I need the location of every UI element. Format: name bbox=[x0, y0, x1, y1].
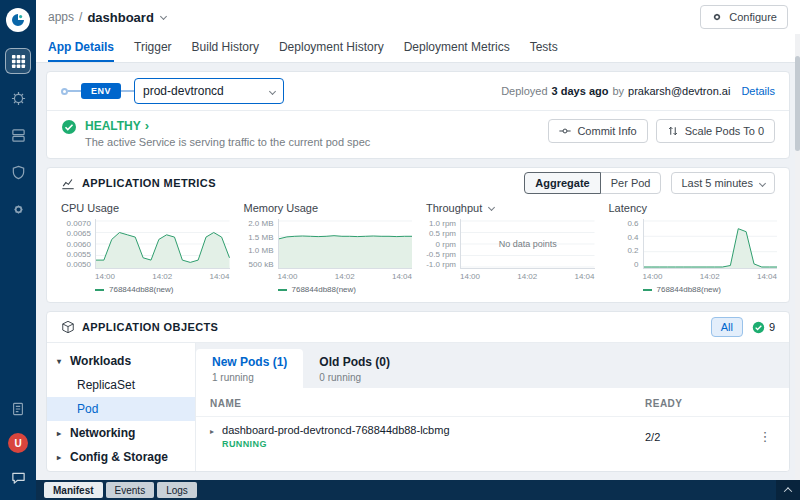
tree-item-replicaset[interactable]: ReplicaSet bbox=[47, 373, 195, 397]
tree-item-label: Config & Storage bbox=[70, 450, 168, 464]
commit-info-label: Commit Info bbox=[577, 125, 636, 137]
user-avatar[interactable]: U bbox=[8, 433, 28, 453]
kebab-menu-icon[interactable]: ⋮ bbox=[755, 429, 775, 444]
tree-item-label: Pod bbox=[77, 402, 98, 416]
gear-icon bbox=[711, 11, 723, 23]
cube-icon bbox=[61, 320, 75, 334]
x-tick-label: 14:04 bbox=[757, 272, 777, 281]
tab-new-pods-1[interactable]: New Pods (1)1 running bbox=[196, 349, 303, 388]
x-tick-label: 14:00 bbox=[460, 272, 480, 281]
bottom-tab-manifest[interactable]: Manifest bbox=[44, 482, 103, 498]
chevron-down-icon[interactable] bbox=[160, 12, 167, 19]
tab-build-history[interactable]: Build History bbox=[192, 34, 259, 62]
deployed-label: Deployed bbox=[501, 85, 547, 97]
bottom-tab-events[interactable]: Events bbox=[106, 482, 155, 498]
legend-swatch bbox=[95, 289, 104, 291]
legend-series-name: 768844db88(new) bbox=[657, 285, 722, 294]
filter-all-button[interactable]: All bbox=[711, 317, 743, 337]
expand-chevron-icon[interactable]: ▸ bbox=[210, 427, 214, 436]
pods-table-body: ▸dashboard-prod-devtroncd-768844db88-lcb… bbox=[196, 416, 789, 456]
document-icon bbox=[11, 402, 25, 416]
sidebar-item-documentation[interactable] bbox=[5, 396, 31, 422]
sidebar-item-security[interactable] bbox=[5, 159, 31, 185]
column-menu-spacer bbox=[755, 398, 775, 409]
tab-old-pods-0[interactable]: Old Pods (0)0 running bbox=[303, 349, 406, 388]
chart-title-text: CPU Usage bbox=[61, 202, 119, 214]
tree-item-config-storage[interactable]: ▸Config & Storage bbox=[47, 445, 195, 469]
scale-pods-button[interactable]: Scale Pods To 0 bbox=[656, 119, 775, 143]
chevron-right-icon: ▸ bbox=[57, 429, 70, 438]
env-badge: ENV bbox=[81, 83, 121, 99]
chart-title: Throughput bbox=[426, 202, 595, 214]
chevron-down-icon[interactable] bbox=[488, 203, 495, 210]
scrollbar-thumb[interactable] bbox=[795, 56, 800, 151]
devtron-logo[interactable] bbox=[6, 8, 30, 32]
per-pod-button[interactable]: Per Pod bbox=[600, 172, 662, 194]
health-status-link[interactable]: HEALTHY › bbox=[85, 119, 370, 133]
tree-item-workloads[interactable]: ▾Workloads bbox=[47, 349, 195, 373]
tree-item-custom-resource[interactable]: ▸Custom Resource bbox=[47, 469, 195, 471]
time-range-value: Last 5 minutes bbox=[681, 177, 753, 189]
bottom-tab-logs[interactable]: Logs bbox=[157, 482, 197, 498]
y-tick-label: 0.0065 bbox=[67, 229, 91, 238]
tab-tests[interactable]: Tests bbox=[530, 34, 558, 62]
health-status-label: HEALTHY bbox=[85, 119, 141, 133]
sidebar-item-help-chat[interactable] bbox=[5, 464, 31, 490]
expand-panel-button[interactable] bbox=[776, 480, 800, 500]
sidebar-item-deployment-groups[interactable] bbox=[5, 122, 31, 148]
breadcrumb-app-name[interactable]: dashboard bbox=[87, 10, 153, 25]
configure-button[interactable]: Configure bbox=[700, 5, 788, 29]
pod-tab-label: New Pods (1) bbox=[212, 355, 287, 369]
chart-latency: Latency 0.60.40.20 14:0014:0214:04 76884… bbox=[607, 200, 778, 294]
y-axis: 2.0 MB1.5 MB1.0 MB500 kB bbox=[242, 219, 278, 269]
scrollbar-track[interactable] bbox=[795, 34, 800, 480]
tab-trigger[interactable]: Trigger bbox=[134, 34, 172, 62]
pod-tab-label: Old Pods (0) bbox=[319, 355, 390, 369]
tree-item-networking[interactable]: ▸Networking bbox=[47, 421, 195, 445]
gear-icon bbox=[11, 202, 26, 217]
sidebar-item-charts[interactable] bbox=[5, 85, 31, 111]
tab-deployment-metrics[interactable]: Deployment Metrics bbox=[404, 34, 510, 62]
tree-item-pod[interactable]: Pod bbox=[47, 397, 195, 421]
commit-info-button[interactable]: Commit Info bbox=[548, 119, 647, 143]
env-row: ENV prod-devtroncd Deployed 3 days ago b… bbox=[47, 72, 789, 110]
y-tick-label: 0 rpm bbox=[436, 240, 456, 249]
tab-app-details[interactable]: App Details bbox=[48, 34, 114, 62]
tab-deployment-history[interactable]: Deployment History bbox=[279, 34, 384, 62]
apps-grid-icon bbox=[11, 54, 26, 69]
application-metrics-card: APPLICATION METRICS Aggregate Per Pod La… bbox=[46, 167, 790, 303]
plot-area bbox=[95, 219, 230, 269]
healthy-count: 9 bbox=[769, 321, 775, 333]
time-range-select[interactable]: Last 5 minutes bbox=[671, 172, 775, 194]
sidebar-item-global-config[interactable] bbox=[5, 196, 31, 222]
scale-pods-label: Scale Pods To 0 bbox=[685, 125, 764, 137]
y-tick-label: -1.0 rpm bbox=[426, 260, 456, 269]
x-axis: 14:0014:0214:04 bbox=[460, 272, 595, 281]
aggregate-button[interactable]: Aggregate bbox=[524, 172, 600, 194]
scale-arrows-icon bbox=[667, 125, 679, 137]
main-area: apps / dashboard Configure App DetailsTr… bbox=[36, 0, 800, 500]
tree-item-label: Networking bbox=[70, 426, 135, 440]
table-row[interactable]: ▸dashboard-prod-devtroncd-768844db88-lcb… bbox=[196, 416, 789, 456]
y-tick-label: -0.5 rpm bbox=[426, 250, 456, 259]
y-tick-label: 2.0 MB bbox=[248, 219, 273, 228]
details-link[interactable]: Details bbox=[741, 85, 775, 97]
sidebar-item-applications[interactable] bbox=[5, 48, 31, 74]
breadcrumb-section[interactable]: apps bbox=[48, 10, 74, 24]
environment-select[interactable]: prod-devtroncd bbox=[134, 78, 284, 104]
healthy-count-badge[interactable]: 9 bbox=[752, 321, 775, 334]
y-tick-label: 1.5 MB bbox=[248, 233, 273, 242]
layers-icon bbox=[11, 128, 26, 143]
content: ENV prod-devtroncd Deployed 3 days ago b… bbox=[36, 63, 800, 480]
tree-item-label: Workloads bbox=[70, 354, 131, 368]
y-axis: 1.0 rpm0.5 rpm0 rpm-0.5 rpm-1.0 rpm bbox=[424, 219, 460, 269]
chart-memory-usage: Memory Usage 2.0 MB1.5 MB1.0 MB500 kB 14… bbox=[242, 200, 413, 294]
x-tick-label: 14:00 bbox=[278, 272, 298, 281]
metrics-mode-segment: Aggregate Per Pod bbox=[524, 172, 661, 194]
app-root: U apps / dashboard Configure App Details… bbox=[0, 0, 800, 500]
object-tree: ▾WorkloadsReplicaSetPod▸Networking▸Confi… bbox=[47, 343, 195, 471]
y-tick-label: 0.5 rpm bbox=[429, 229, 456, 238]
chat-bubble-icon bbox=[11, 470, 26, 485]
objects-header: APPLICATION OBJECTS All 9 bbox=[47, 312, 789, 342]
deployment-status-card: ENV prod-devtroncd Deployed 3 days ago b… bbox=[46, 71, 790, 159]
